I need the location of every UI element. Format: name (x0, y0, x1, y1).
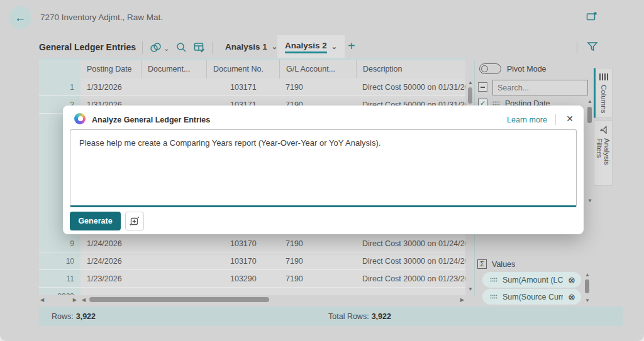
chevron-down-icon[interactable]: ⌄ (164, 45, 169, 53)
divider (555, 114, 556, 125)
total-rows-label: Total Rows: (328, 312, 369, 321)
select-all-checkbox[interactable] (478, 82, 487, 92)
cell-posting-date[interactable]: 1/31/2026 (80, 78, 141, 95)
cell-posting-date[interactable]: 1/24/2026 (80, 235, 141, 252)
table-row[interactable]: 10 1/24/2026 103170 7190 Direct Cost 300… (39, 252, 465, 270)
side-tab-analysis-filters[interactable]: Analysis Filters (594, 121, 613, 186)
grid-header-row: Posting Date Document... Document No. G/… (39, 60, 465, 78)
copilot-analyze-dialog: Analyze General Ledger Entries Learn mor… (63, 106, 584, 234)
tab-label: Analysis 1 (225, 42, 267, 51)
side-tab-label: Analysis Filters (596, 138, 611, 185)
row-number: 3923 (39, 288, 80, 295)
scrollbar-thumb[interactable] (89, 297, 269, 302)
cell-gl-account[interactable]: 7190 (279, 252, 356, 269)
edit-list-icon[interactable] (194, 42, 205, 55)
col-document-no[interactable]: Document No. (206, 60, 279, 78)
scrollbar-thumb[interactable] (587, 107, 592, 123)
value-chip-amount[interactable]: Sum(Amount (LC... ⊗ (482, 272, 581, 288)
col-document-type[interactable]: Document... (141, 60, 206, 78)
scroll-right-icon[interactable]: ▶ (460, 297, 464, 303)
indeterminate-mark (480, 87, 485, 88)
divider (212, 41, 213, 54)
generate-button[interactable]: Generate (70, 212, 121, 230)
tab-analysis-2[interactable]: Analysis 2 ⌄ (277, 35, 345, 58)
open-in-new-window-icon[interactable] (586, 11, 597, 24)
cell-document-no[interactable]: 103170 (206, 252, 279, 269)
cell-gl-account[interactable]: 7190 (279, 270, 356, 287)
grip-icon (490, 278, 497, 283)
cell-gl-account[interactable] (279, 288, 356, 295)
scroll-up-icon[interactable]: ▲ (587, 99, 593, 105)
filter-icon[interactable] (587, 41, 598, 55)
remove-icon[interactable]: ⊗ (568, 292, 575, 302)
back-arrow-icon: ← (14, 11, 26, 24)
grid-horizontal-scrollbar[interactable]: ◀ ▶ (80, 296, 465, 303)
pivot-mode-toggle[interactable] (479, 63, 501, 74)
sigma-icon: Σ (477, 259, 487, 269)
scroll-left-icon[interactable]: ◀ (82, 297, 86, 303)
cell-document-type[interactable] (141, 288, 206, 295)
side-tab-columns[interactable]: Columns (594, 68, 613, 118)
dialog-title: Analyze General Ledger Entries (92, 116, 210, 124)
table-row[interactable]: 11 1/23/2026 103290 7190 Direct Cost 200… (39, 270, 465, 288)
cell-description[interactable]: Direct Cost 30000 on 01/24/26 (356, 235, 465, 252)
col-posting-date[interactable]: Posting Date (80, 60, 141, 78)
cell-description[interactable]: Direct Cost 30000 on 01/24/26 (356, 252, 465, 269)
cell-gl-account[interactable]: 7190 (279, 78, 356, 95)
cell-posting-date[interactable]: 1/23/2026 (80, 270, 141, 287)
cell-posting-date[interactable]: 1/24/2026 (80, 252, 141, 269)
scroll-down-icon[interactable]: ▼ (584, 298, 591, 304)
cell-document-type[interactable] (141, 252, 206, 269)
value-chip-source-currency[interactable]: Sum(Source Curr... ⊗ (482, 289, 581, 305)
scroll-up-icon[interactable]: ▲ (467, 80, 474, 86)
column-search-input[interactable] (492, 80, 588, 95)
row-number: 11 (39, 270, 80, 287)
table-row[interactable]: 1 1/31/2026 103171 7190 Direct Cost 5000… (39, 78, 465, 96)
cell-document-no[interactable]: 103171 (206, 78, 279, 95)
learn-more-link[interactable]: Learn more (507, 116, 547, 124)
cell-document-no[interactable] (206, 288, 279, 295)
cell-description[interactable]: Direct Cost 50000 on 01/31/26 (356, 78, 465, 95)
copilot-icon (74, 113, 86, 124)
col-gl-account[interactable]: G/L Account... (279, 60, 356, 78)
cell-document-type[interactable] (141, 78, 206, 95)
cell-description[interactable] (356, 288, 465, 295)
prompt-input[interactable]: Please help me create a Comparing Years … (70, 129, 577, 207)
columns-icon (599, 73, 608, 80)
table-row[interactable]: 9 1/24/2026 103170 7190 Direct Cost 3000… (39, 235, 465, 252)
row-number: 1 (39, 78, 80, 95)
copilot-menu-icon[interactable] (149, 41, 162, 57)
scrollbar-thumb[interactable] (468, 87, 472, 104)
scroll-right-icon[interactable]: ▶ (73, 297, 77, 303)
remove-icon[interactable]: ⊗ (568, 275, 575, 285)
sparkle-icon (129, 215, 140, 227)
cell-document-no[interactable]: 103170 (206, 235, 279, 252)
scroll-down-icon[interactable]: ▼ (587, 198, 593, 204)
close-icon[interactable]: ✕ (566, 114, 574, 124)
frozen-column-scrollbar[interactable]: ◀ ▶ (39, 296, 78, 303)
cell-document-type[interactable] (141, 270, 206, 287)
prompt-guide-button[interactable] (125, 212, 144, 230)
rows-value: 3,922 (76, 312, 96, 321)
scroll-up-icon[interactable]: ▲ (584, 272, 591, 278)
cell-document-no[interactable]: 103290 (206, 270, 279, 287)
row-number-header (39, 60, 80, 78)
toggle-knob (481, 65, 488, 72)
add-analysis-tab-button[interactable]: + (348, 39, 355, 53)
table-row[interactable]: 3923 (39, 288, 465, 295)
tab-analysis-1[interactable]: Analysis 1 ⌄ (218, 35, 285, 58)
search-icon[interactable] (176, 42, 187, 55)
chevron-down-icon: ⌄ (331, 43, 337, 51)
chip-label: Sum(Source Curr... (502, 293, 563, 301)
cell-gl-account[interactable]: 7190 (279, 235, 356, 252)
cell-document-type[interactable] (141, 235, 206, 252)
col-description[interactable]: Description (356, 60, 465, 78)
back-button[interactable]: ← (9, 6, 31, 29)
cell-posting-date[interactable] (80, 288, 141, 295)
scroll-down-icon[interactable]: ▼ (467, 286, 474, 293)
row-number: 9 (39, 235, 80, 252)
status-bar: Rows:3,922 Total Rows:3,922 (39, 306, 623, 326)
scrollbar-thumb[interactable] (585, 279, 589, 293)
cell-description[interactable]: Direct Cost 20000 on 01/23/26 (356, 270, 465, 287)
scroll-left-icon[interactable]: ◀ (40, 297, 44, 303)
